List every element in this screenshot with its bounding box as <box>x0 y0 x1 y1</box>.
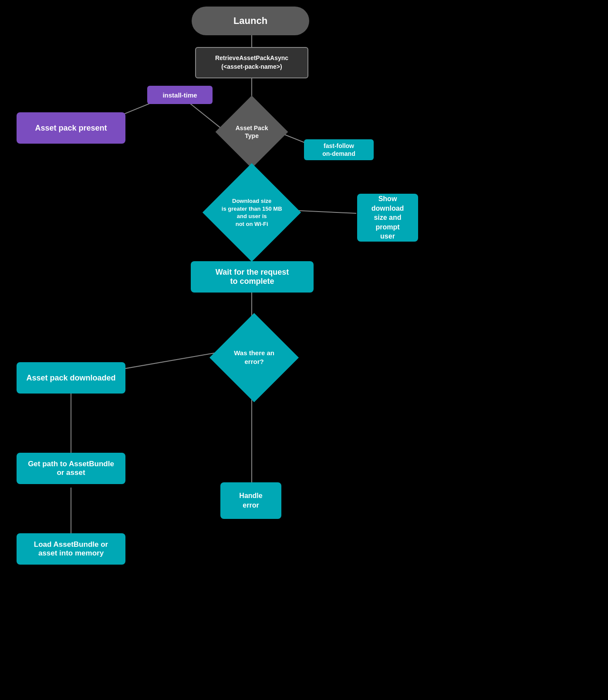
asset-pack-present-node: Asset pack present <box>17 112 125 144</box>
download-size-label: Download sizeis greater than 150 MBand u… <box>222 197 282 227</box>
was-error-label: Was there anerror? <box>234 349 274 367</box>
wait-request-node: Wait for the requestto complete <box>191 261 314 293</box>
show-download-node: Showdownloadsize andpromptuser <box>357 194 418 242</box>
asset-pack-type-diamond: Asset PackType <box>213 106 291 158</box>
retrieve-label: RetrieveAssetPackAsync(<asset-pack-name>… <box>215 54 288 71</box>
retrieve-node: RetrieveAssetPackAsync(<asset-pack-name>… <box>195 47 308 78</box>
load-asset-node: Load AssetBundle orasset into memory <box>17 533 125 565</box>
download-size-diamond: Download sizeis greater than 150 MBand u… <box>204 174 300 250</box>
install-time-label: install-time <box>147 86 213 104</box>
was-error-shape: Was there anerror? <box>209 313 298 402</box>
connectors <box>0 0 608 700</box>
asset-pack-type-diamond-shape: Asset PackType <box>216 96 288 168</box>
download-size-shape: Download sizeis greater than 150 MBand u… <box>203 163 301 261</box>
asset-pack-downloaded-node: Asset pack downloaded <box>17 362 125 394</box>
get-path-node: Get path to AssetBundleor asset <box>17 453 125 484</box>
was-error-diamond: Was there anerror? <box>213 325 295 390</box>
asset-pack-type-label: Asset PackType <box>236 124 268 140</box>
flowchart: Launch RetrieveAssetPackAsync(<asset-pac… <box>0 0 608 700</box>
handle-error-node: Handleerror <box>220 482 281 519</box>
launch-node: Launch <box>192 7 309 35</box>
fast-follow-label: fast-followon-demand <box>304 139 374 160</box>
